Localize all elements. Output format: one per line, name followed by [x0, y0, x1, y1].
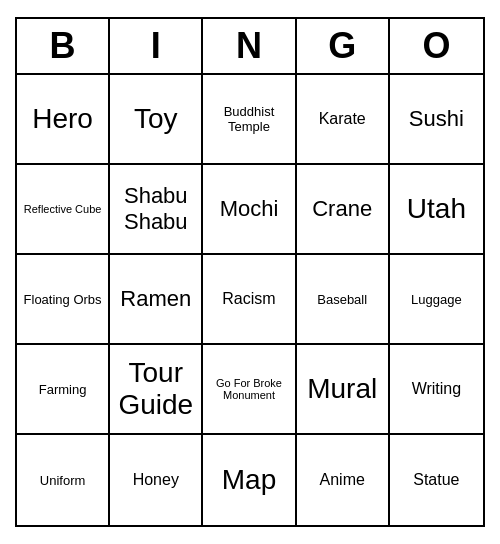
bingo-cell[interactable]: Tour Guide — [110, 345, 203, 435]
bingo-cell[interactable]: Go For Broke Monument — [203, 345, 296, 435]
bingo-cell[interactable]: Ramen — [110, 255, 203, 345]
bingo-cell[interactable]: Luggage — [390, 255, 483, 345]
bingo-cell[interactable]: Honey — [110, 435, 203, 525]
bingo-cell[interactable]: Toy — [110, 75, 203, 165]
bingo-cell[interactable]: Reflective Cube — [17, 165, 110, 255]
bingo-cell[interactable]: Writing — [390, 345, 483, 435]
bingo-cell[interactable]: Baseball — [297, 255, 390, 345]
header-letter: I — [110, 19, 203, 73]
bingo-cell[interactable]: Racism — [203, 255, 296, 345]
bingo-grid: HeroToyBuddhist TempleKarateSushiReflect… — [17, 75, 483, 525]
bingo-cell[interactable]: Statue — [390, 435, 483, 525]
bingo-cell[interactable]: Map — [203, 435, 296, 525]
bingo-header: BINGO — [17, 19, 483, 75]
bingo-cell[interactable]: Hero — [17, 75, 110, 165]
bingo-cell[interactable]: Farming — [17, 345, 110, 435]
bingo-cell[interactable]: Sushi — [390, 75, 483, 165]
bingo-cell[interactable]: Mochi — [203, 165, 296, 255]
bingo-cell[interactable]: Uniform — [17, 435, 110, 525]
bingo-cell[interactable]: Floating Orbs — [17, 255, 110, 345]
bingo-cell[interactable]: Crane — [297, 165, 390, 255]
bingo-cell[interactable]: Utah — [390, 165, 483, 255]
header-letter: B — [17, 19, 110, 73]
bingo-card: BINGO HeroToyBuddhist TempleKarateSushiR… — [15, 17, 485, 527]
bingo-cell[interactable]: Karate — [297, 75, 390, 165]
header-letter: N — [203, 19, 296, 73]
header-letter: O — [390, 19, 483, 73]
bingo-cell[interactable]: Mural — [297, 345, 390, 435]
header-letter: G — [297, 19, 390, 73]
bingo-cell[interactable]: Anime — [297, 435, 390, 525]
bingo-cell[interactable]: Buddhist Temple — [203, 75, 296, 165]
bingo-cell[interactable]: Shabu Shabu — [110, 165, 203, 255]
